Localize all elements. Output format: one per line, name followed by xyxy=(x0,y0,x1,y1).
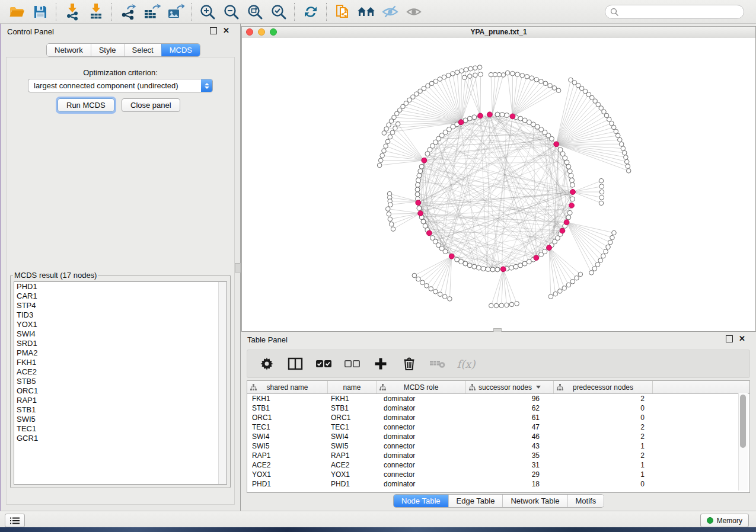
export-network-button[interactable] xyxy=(116,2,140,22)
mcds-result-item[interactable]: STP4 xyxy=(14,301,227,310)
network-node[interactable] xyxy=(382,149,387,153)
network-node[interactable] xyxy=(575,275,579,280)
network-node[interactable] xyxy=(621,146,626,151)
network-node[interactable] xyxy=(393,126,398,131)
network-node[interactable] xyxy=(601,254,606,258)
close-panel-button[interactable]: Close panel xyxy=(122,98,180,112)
deselect-all-button[interactable] xyxy=(342,354,362,374)
column-header-shared-name[interactable]: shared name xyxy=(247,381,328,393)
network-node[interactable] xyxy=(425,152,430,156)
network-node[interactable] xyxy=(417,206,422,210)
mcds-result-item[interactable]: TEC1 xyxy=(14,424,227,434)
network-node[interactable] xyxy=(595,262,600,267)
add-column-button[interactable] xyxy=(371,354,391,374)
dominator-node[interactable] xyxy=(564,220,569,225)
table-row[interactable]: SWI5SWI5connector431 xyxy=(247,441,749,451)
network-node[interactable] xyxy=(515,302,519,306)
network-node[interactable] xyxy=(476,265,481,270)
network-node[interactable] xyxy=(567,169,572,174)
network-node[interactable] xyxy=(566,215,571,220)
dominator-node[interactable] xyxy=(547,245,552,251)
dominator-node[interactable] xyxy=(449,254,454,259)
network-node[interactable] xyxy=(467,116,472,121)
network-node[interactable] xyxy=(614,129,618,134)
table-row[interactable]: FKH1FKH1dominator962 xyxy=(247,394,749,403)
table-settings-button[interactable] xyxy=(257,354,277,374)
mcds-result-item[interactable]: GCR1 xyxy=(14,434,227,443)
network-node[interactable] xyxy=(499,303,504,308)
delete-table-button[interactable] xyxy=(428,354,448,374)
network-node[interactable] xyxy=(505,113,509,118)
network-node[interactable] xyxy=(608,240,613,245)
table-scrollbar-thumb[interactable] xyxy=(740,395,746,448)
mcds-result-item[interactable]: RAP1 xyxy=(14,396,227,405)
network-node[interactable] xyxy=(529,76,534,81)
network-node[interactable] xyxy=(377,163,382,168)
table-row[interactable]: ACE2ACE2connector311 xyxy=(247,460,749,470)
network-node[interactable] xyxy=(416,178,421,182)
table-row[interactable]: TEC1TEC1connector472 xyxy=(247,422,749,432)
search-box[interactable] xyxy=(605,5,744,19)
network-node[interactable] xyxy=(511,71,515,76)
network-node[interactable] xyxy=(479,72,483,77)
network-canvas[interactable] xyxy=(242,38,755,331)
network-node[interactable] xyxy=(419,164,424,169)
mcds-result-item[interactable]: ORC1 xyxy=(14,386,227,396)
delete-column-button[interactable] xyxy=(399,354,419,374)
network-node[interactable] xyxy=(395,121,400,126)
network-node[interactable] xyxy=(606,245,611,249)
mcds-result-item[interactable]: PMA2 xyxy=(14,348,227,358)
network-node[interactable] xyxy=(522,118,527,123)
network-node[interactable] xyxy=(443,249,448,254)
network-node[interactable] xyxy=(388,203,393,207)
zoom-selected-button[interactable] xyxy=(267,2,291,22)
network-node[interactable] xyxy=(385,207,390,211)
network-node[interactable] xyxy=(505,303,509,307)
network-node[interactable] xyxy=(515,72,520,77)
network-node[interactable] xyxy=(566,164,571,169)
dominator-node[interactable] xyxy=(534,255,539,261)
mcds-result-item[interactable]: SWI5 xyxy=(14,415,227,424)
export-image-button[interactable] xyxy=(164,2,187,22)
network-node[interactable] xyxy=(612,230,617,235)
network-node[interactable] xyxy=(622,150,627,155)
network-node[interactable] xyxy=(438,292,442,297)
optimization-criterion-select[interactable]: largest connected component (undirected) xyxy=(28,79,213,92)
tab-network-table[interactable]: Network Table xyxy=(502,495,567,507)
dominator-node[interactable] xyxy=(500,267,506,272)
first-neighbors-button[interactable] xyxy=(355,2,378,22)
network-node[interactable] xyxy=(624,155,629,160)
network-node[interactable] xyxy=(425,284,429,289)
network-node[interactable] xyxy=(509,265,513,270)
refresh-button[interactable] xyxy=(299,2,323,22)
network-node[interactable] xyxy=(495,267,500,272)
network-node[interactable] xyxy=(534,78,539,82)
network-node[interactable] xyxy=(442,294,447,299)
float-panel-icon[interactable] xyxy=(210,27,217,34)
table-row[interactable]: YOX1YOX1connector291 xyxy=(247,470,749,479)
network-node[interactable] xyxy=(390,130,395,135)
network-node[interactable] xyxy=(451,72,455,76)
network-node[interactable] xyxy=(415,187,420,192)
network-node[interactable] xyxy=(415,192,420,197)
network-node[interactable] xyxy=(391,227,395,232)
dominator-node[interactable] xyxy=(554,142,559,147)
network-node[interactable] xyxy=(548,84,553,88)
network-node[interactable] xyxy=(472,264,477,269)
function-builder-button[interactable]: f(x) xyxy=(456,354,476,374)
network-node[interactable] xyxy=(472,115,477,120)
open-session-button[interactable] xyxy=(5,2,28,22)
column-header-predecessor-nodes[interactable]: predecessor nodes xyxy=(554,381,653,393)
select-all-button[interactable] xyxy=(314,354,334,374)
tab-edge-table[interactable]: Edge Table xyxy=(448,495,503,507)
network-node[interactable] xyxy=(448,297,452,302)
network-node[interactable] xyxy=(520,73,525,78)
network-node[interactable] xyxy=(570,197,575,201)
network-node[interactable] xyxy=(598,258,603,263)
network-node[interactable] xyxy=(433,289,438,294)
mcds-result-scrollbar[interactable] xyxy=(218,282,227,484)
network-node[interactable] xyxy=(473,66,478,70)
dominator-node[interactable] xyxy=(510,114,515,119)
network-node[interactable] xyxy=(477,65,482,70)
mcds-result-item[interactable]: YOX1 xyxy=(14,320,227,329)
